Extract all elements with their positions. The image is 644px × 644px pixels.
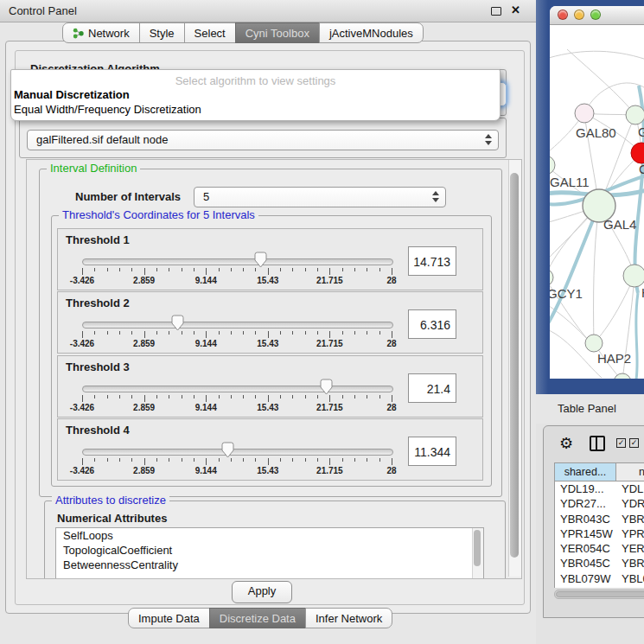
cyni-bottom-tabstrip: Impute Data Discretize Data Infer Networ…	[128, 608, 392, 628]
threshold-slider[interactable]: -3.4262.8599.14415.4321.71528	[82, 252, 392, 288]
table-data-group: Table Data galFiltered.sif default node	[19, 118, 507, 158]
threshold-slider[interactable]: -3.4262.8599.14415.4321.71528	[82, 379, 392, 415]
minimize-traffic-light[interactable]	[574, 10, 584, 20]
tick-mark	[280, 268, 281, 271]
table-row[interactable]: YBL079WYBL0	[555, 571, 644, 586]
gear-icon[interactable]: ⚙	[559, 434, 573, 453]
zoom-traffic-light[interactable]	[590, 10, 601, 20]
cell-name[interactable]: YBR0	[617, 512, 644, 526]
scrollbar-thumb[interactable]	[474, 530, 481, 566]
threshold-value-field[interactable]: 6.316	[408, 309, 456, 339]
slider-track[interactable]	[82, 386, 393, 392]
control-panel-title: Control Panel	[9, 0, 77, 22]
table-data-combobox[interactable]: galFiltered.sif default node	[27, 130, 499, 150]
tick-mark	[379, 331, 380, 335]
tick-mark	[243, 458, 244, 462]
tab-style[interactable]: Style	[139, 22, 185, 43]
threshold-slider[interactable]: -3.4262.8599.14415.4321.71528	[82, 442, 392, 478]
attribute-list-item[interactable]: SelfLoops	[56, 528, 483, 543]
attribute-list-item[interactable]: TopologicalCoefficient	[56, 543, 483, 558]
table-row[interactable]: YDR27...YDR2	[555, 496, 644, 511]
tick-mark	[379, 268, 380, 271]
cell-shared-name[interactable]: YLR345W	[555, 586, 617, 588]
table-panel: ⚙ ✓ ✓ shared... n YDL19...YDL1YDR27...YD…	[543, 425, 644, 618]
cell-name[interactable]: YBL0	[617, 571, 644, 586]
network-node-gal80[interactable]	[575, 104, 594, 123]
table-row[interactable]: YDL19...YDL1	[555, 481, 644, 496]
network-node-ga[interactable]	[626, 105, 644, 124]
threshold-slider[interactable]: -3.4262.8599.14415.4321.71528	[82, 315, 392, 351]
cell-name[interactable]: YDR2	[617, 496, 644, 511]
tick-mark	[82, 331, 83, 338]
checkbox-icon[interactable]: ✓	[616, 438, 626, 448]
cell-shared-name[interactable]: YPR145W	[555, 526, 617, 541]
cell-shared-name[interactable]: YBL079W	[555, 571, 617, 586]
table-row[interactable]: YBR045CYBR0	[555, 556, 644, 571]
network-node-gcy1[interactable]	[550, 269, 553, 286]
close-icon[interactable]: ✕	[511, 3, 520, 16]
cell-shared-name[interactable]: YER054C	[555, 541, 617, 556]
attribute-list-item[interactable]: BetweennessCentrality	[56, 558, 483, 572]
tick-mark	[169, 331, 169, 335]
slider-thumb[interactable]	[320, 379, 333, 395]
algorithm-option-manual[interactable]: Manual Discretization	[11, 87, 500, 102]
cell-shared-name[interactable]: YBR045C	[555, 556, 617, 571]
numerical-attributes-list[interactable]: SelfLoopsTopologicalCoefficientBetweenne…	[55, 527, 484, 579]
scrollbar-thumb[interactable]	[556, 591, 644, 597]
cell-name[interactable]: YBR0	[617, 556, 644, 571]
cell-name[interactable]: YPR1	[617, 526, 644, 541]
network-canvas[interactable]: GAL80GACGAL11GAL4GCY1HHAP2	[550, 25, 644, 379]
column-layout-icon[interactable]	[590, 436, 605, 451]
cell-shared-name[interactable]: YDL19...	[555, 481, 617, 496]
slider-track[interactable]	[82, 258, 393, 265]
cell-name[interactable]: YER0	[617, 541, 644, 556]
slider-thumb[interactable]	[221, 442, 234, 458]
checkbox-icon[interactable]: ✓	[629, 438, 639, 448]
cell-name[interactable]: YLR3	[617, 586, 644, 588]
network-node-hap2[interactable]	[585, 335, 603, 352]
settings-vertical-scrollbar[interactable]	[508, 160, 521, 577]
tick-label: 2.859	[133, 276, 155, 285]
network-node-h[interactable]	[623, 265, 644, 287]
apply-button[interactable]: Apply	[232, 581, 292, 603]
threshold-label: Threshold 2	[66, 296, 130, 309]
tab-impute-data[interactable]: Impute Data	[128, 608, 210, 628]
threshold-value-field[interactable]: 21.4	[408, 373, 456, 403]
number-of-intervals-value: 5	[203, 188, 209, 207]
algorithm-option-equal-width[interactable]: Equal Width/Frequency Discretization	[11, 102, 500, 117]
table-row[interactable]: YLR345WYLR3	[555, 586, 644, 588]
tick-mark	[292, 331, 293, 335]
tab-cyni-toolbox[interactable]: Cyni Toolbox	[235, 22, 320, 43]
cell-shared-name[interactable]: YBR043C	[555, 512, 617, 526]
number-of-intervals-label: Number of Intervals	[75, 190, 181, 203]
column-header-name[interactable]: n	[616, 462, 644, 481]
float-window-icon[interactable]	[491, 7, 501, 16]
table-row[interactable]: YPR145WYPR1	[555, 526, 644, 541]
tab-select[interactable]: Select	[184, 22, 236, 43]
cell-name[interactable]: YDL1	[617, 481, 644, 496]
close-traffic-light[interactable]	[558, 10, 568, 20]
column-header-shared-name[interactable]: shared...	[554, 462, 616, 481]
slider-track[interactable]	[82, 322, 393, 328]
tab-discretize-data[interactable]: Discretize Data	[209, 608, 306, 628]
node-label: GAL4	[603, 217, 636, 232]
table-row[interactable]: YER054CYER0	[555, 541, 644, 556]
table-rows[interactable]: YDL19...YDL1YDR27...YDR2YBR043CYBR0YPR14…	[554, 481, 644, 588]
slider-thumb[interactable]	[254, 252, 267, 268]
slider-track[interactable]	[82, 449, 393, 456]
number-of-intervals-combobox[interactable]: 5	[194, 187, 446, 207]
attributes-list-scrollbar[interactable]	[472, 528, 483, 579]
node-label: GA	[638, 124, 644, 139]
tick-mark	[169, 395, 169, 399]
tab-infer-network[interactable]: Infer Network	[305, 608, 392, 628]
table-horizontal-scrollbar[interactable]	[554, 590, 644, 599]
tick-mark	[367, 395, 367, 399]
cell-shared-name[interactable]: YDR27...	[555, 496, 617, 511]
table-row[interactable]: YBR043CYBR0	[555, 512, 644, 526]
slider-thumb[interactable]	[171, 315, 184, 331]
scrollbar-thumb[interactable]	[510, 173, 519, 558]
threshold-value-field[interactable]: 14.713	[408, 246, 456, 276]
tab-network[interactable]: Network	[62, 22, 140, 43]
tab-jactivemnodules[interactable]: jActiveMNodules	[319, 22, 424, 43]
threshold-value-field[interactable]: 11.344	[408, 437, 456, 466]
